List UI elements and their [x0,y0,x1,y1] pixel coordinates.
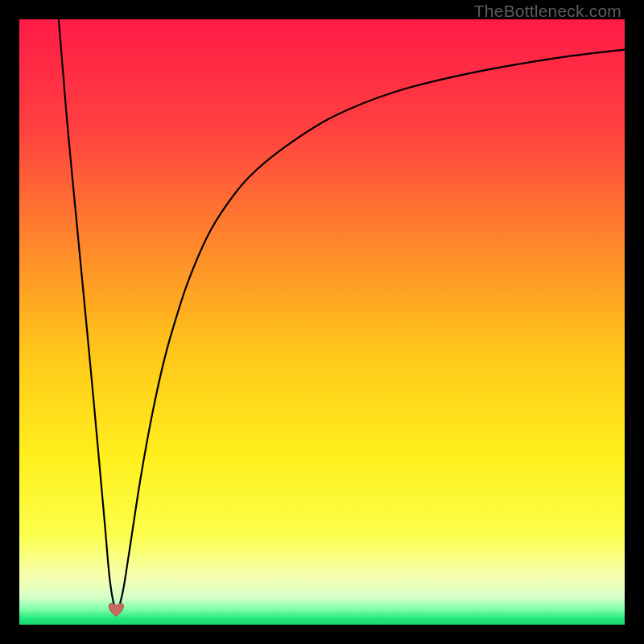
curve-line [59,19,625,610]
minimum-marker [109,603,123,616]
chart-svg [19,19,625,625]
watermark-text: TheBottleneck.com [474,2,621,21]
